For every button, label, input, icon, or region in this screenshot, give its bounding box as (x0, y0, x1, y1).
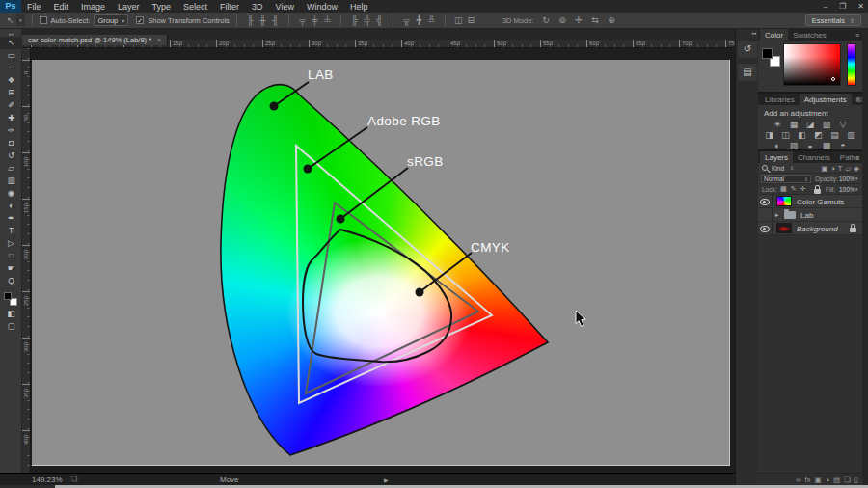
fill-value[interactable]: 100% (839, 186, 855, 193)
gradient-map-icon[interactable]: ▩ (820, 141, 834, 150)
filter-pixel-layers-icon[interactable]: ▣ (821, 164, 827, 173)
layer-row-lab[interactable]: ▸ Lab (758, 208, 862, 222)
disclosure-triangle-icon[interactable]: ▸ (775, 211, 779, 219)
delete-layer-icon[interactable]: ▯ (854, 475, 858, 484)
history-brush-tool[interactable]: ↺ (0, 149, 22, 162)
menu-edit[interactable]: Edit (54, 2, 69, 12)
tab-paths[interactable]: Paths (835, 151, 864, 163)
lock-position-icon[interactable]: ✛ (800, 185, 806, 193)
color-lookup-icon[interactable]: ▥ (844, 130, 858, 140)
tab-swatches[interactable]: Swatches (788, 29, 831, 41)
foreground-color-swatch[interactable] (762, 48, 773, 59)
saturation-brightness-picker[interactable] (783, 43, 841, 86)
panel-menu-icon[interactable]: ≡ (855, 154, 859, 161)
3d-drag-icon[interactable]: ✛ (572, 15, 584, 25)
panel-menu-icon[interactable]: ≡ (855, 96, 859, 103)
menu-layer[interactable]: Layer (118, 2, 140, 12)
visibility-cell[interactable] (758, 208, 773, 222)
invert-icon[interactable]: ◐ (771, 141, 785, 150)
chevron-down-icon[interactable]: ▾ (855, 176, 858, 181)
quick-mask-icon[interactable]: ◧ (0, 308, 22, 320)
hue-slider[interactable] (847, 43, 856, 86)
posterize-icon[interactable]: ▨ (787, 141, 801, 150)
opacity-value[interactable]: 100% (839, 176, 855, 182)
move-tool-icon[interactable]: ↖ (4, 15, 16, 25)
hue-saturation-icon[interactable]: ◨ (762, 130, 776, 140)
distribute-right-edges-icon[interactable]: ╩ (425, 15, 438, 25)
healing-brush-tool[interactable]: ✚ (0, 112, 22, 124)
layer-name[interactable]: Lab (800, 211, 813, 220)
tool-preset-arrow-icon[interactable]: ▾ (16, 14, 25, 26)
brightness-contrast-icon[interactable]: ☀ (771, 120, 785, 129)
align-vertical-centers-icon[interactable]: ╪ (309, 15, 321, 25)
panel-menu-icon[interactable]: ≡ (855, 32, 859, 39)
distribute-horizontal-centers-icon[interactable]: ╋ (413, 15, 425, 25)
filter-type-layers-icon[interactable]: T (838, 164, 843, 173)
menu-select[interactable]: Select (183, 2, 207, 12)
lasso-tool[interactable]: ∽ (0, 62, 22, 74)
path-selection-tool[interactable]: ▷ (0, 237, 22, 250)
new-layer-icon[interactable]: ❏ (844, 475, 851, 484)
clone-stamp-tool[interactable]: ◘ (0, 137, 22, 149)
menu-view[interactable]: View (276, 2, 294, 12)
menu-type[interactable]: Type (152, 2, 172, 12)
show-transform-checkbox[interactable]: ✓ (136, 16, 144, 24)
filter-smart-objects-icon[interactable]: ◈ (854, 164, 859, 173)
crop-tool[interactable]: ⊞ (0, 87, 22, 99)
lock-pixels-icon[interactable]: ✎ (791, 185, 797, 193)
status-flyout-icon[interactable]: ▶ (384, 476, 389, 483)
hand-tool[interactable]: ☛ (0, 262, 22, 275)
link-layers-icon[interactable]: ∞ (796, 475, 800, 484)
new-adjustment-icon[interactable]: ◑ (826, 475, 830, 484)
3d-scale-icon[interactable]: ⊕ (605, 15, 617, 25)
lock-all-icon[interactable] (814, 189, 821, 194)
visibility-cell[interactable] (758, 222, 773, 235)
color-balance-icon[interactable]: ◫ (778, 130, 793, 140)
type-tool[interactable]: T (0, 225, 22, 237)
chevron-down-icon[interactable]: ▾ (855, 186, 858, 192)
filter-kind-dropdown[interactable]: Kind (772, 165, 784, 172)
eye-icon[interactable] (760, 226, 770, 232)
filter-adjustment-layers-icon[interactable]: ◑ (830, 164, 835, 173)
tab-color[interactable]: Color (760, 29, 788, 41)
menu-help[interactable]: Help (350, 2, 368, 12)
distribute-top-edges-icon[interactable]: ╠ (348, 15, 361, 25)
channel-mixer-icon[interactable]: ▤ (827, 130, 842, 140)
curves-icon[interactable]: ◪ (803, 120, 818, 129)
align-bottom-edges-icon[interactable]: ╧ (321, 15, 334, 25)
layer-thumbnail[interactable] (776, 196, 792, 206)
zoom-level-field[interactable]: 149.23% (32, 475, 63, 484)
tab-layers[interactable]: Layers (760, 151, 793, 163)
close-tab-icon[interactable]: × (157, 36, 161, 44)
exposure-icon[interactable]: ▧ (820, 120, 834, 129)
layer-name[interactable]: Background (797, 225, 838, 233)
menu-image[interactable]: Image (81, 2, 105, 12)
quick-selection-tool[interactable]: ❖ (0, 74, 22, 87)
foreground-color-swatch[interactable] (4, 292, 12, 300)
distribute-heights-icon[interactable]: ⊟ (465, 15, 477, 25)
expand-panels-icon[interactable]: ◂◂ (751, 30, 756, 36)
vibrance-icon[interactable]: ▽ (836, 120, 851, 129)
tab-channels[interactable]: Channels (793, 151, 835, 163)
tab-libraries[interactable]: Libraries (760, 94, 800, 105)
filter-shape-layers-icon[interactable]: ▱ (845, 164, 851, 173)
close-button[interactable]: ✕ (857, 2, 864, 11)
tab-adjustments[interactable]: Adjustments (800, 94, 852, 105)
align-top-edges-icon[interactable]: ╤ (296, 15, 309, 25)
color-swatch-pair[interactable] (762, 48, 783, 69)
threshold-icon[interactable]: ◒ (803, 141, 818, 150)
blur-tool[interactable]: ◉ (0, 187, 22, 200)
marquee-tool[interactable]: ▭ (0, 49, 22, 62)
align-right-edges-icon[interactable]: ╢ (269, 15, 282, 25)
menu-3d[interactable]: 3D (252, 2, 263, 12)
layer-name[interactable]: Color Gamuts (797, 198, 844, 206)
levels-icon[interactable]: ▦ (787, 120, 801, 129)
document-info-icon[interactable]: ❏ (71, 475, 77, 483)
distribute-vertical-centers-icon[interactable]: ╬ (361, 15, 373, 25)
dodge-tool[interactable]: ◐ (0, 200, 22, 212)
photo-filter-icon[interactable]: ◩ (811, 130, 826, 140)
3d-slide-icon[interactable]: ⇆ (588, 15, 601, 25)
restore-button[interactable]: ❐ (839, 2, 846, 11)
minimize-button[interactable]: – (824, 2, 827, 11)
history-panel-button[interactable]: ↺ (738, 41, 757, 58)
